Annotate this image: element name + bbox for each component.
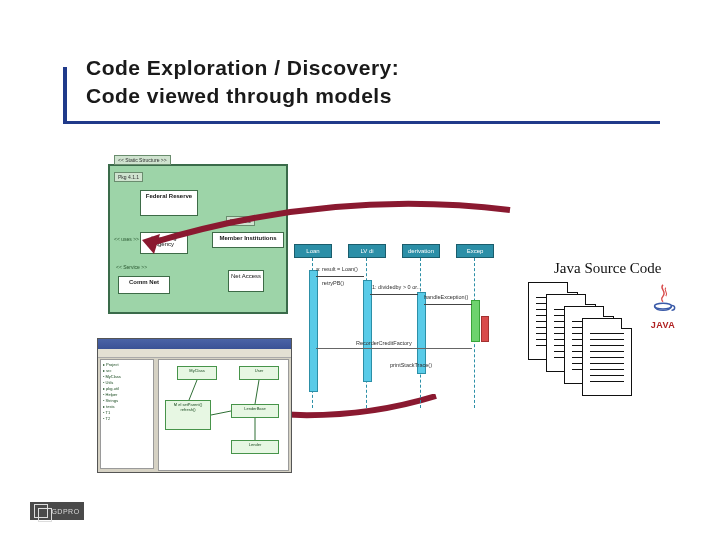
footer-brand-text: GDPRO xyxy=(51,508,79,515)
sequence-diagram: Loan LV di derivation Excep a: result = … xyxy=(294,244,494,414)
cd-box-net: Net Access xyxy=(228,270,264,292)
java-source-label: Java Source Code xyxy=(554,260,661,277)
page-fold xyxy=(567,282,578,293)
page-4 xyxy=(582,318,632,396)
cd-service-label: << Service >> xyxy=(116,264,147,270)
cd-sub-tag: Pkg 4.1.1 xyxy=(114,172,143,182)
seq-act-0 xyxy=(309,270,318,392)
svg-line-5 xyxy=(211,411,231,415)
seq-head-2: derivation xyxy=(402,244,440,258)
cd-box-comm: Comm Net xyxy=(118,276,170,294)
seq-head-3: Excep xyxy=(456,244,494,258)
page-fold xyxy=(621,318,632,329)
page-fold xyxy=(585,294,596,305)
title-underline xyxy=(64,121,660,124)
title-line-2: Code viewed through models xyxy=(86,82,399,110)
seq-act-3b xyxy=(481,316,489,342)
seq-msg-2: 1: dividedby > 0 or... xyxy=(372,284,421,290)
footer-brand: GDPRO xyxy=(30,502,84,520)
svg-line-3 xyxy=(189,380,197,400)
title-line-1: Code Exploration / Discovery: xyxy=(86,54,399,82)
slide-title: Code Exploration / Discovery: Code viewe… xyxy=(86,54,399,111)
seq-line-3 xyxy=(424,304,472,305)
seq-head-1: LV di xyxy=(348,244,386,258)
svg-line-4 xyxy=(255,380,259,404)
seq-msg-0: a: result = Loan() xyxy=(316,266,358,272)
seq-act-3 xyxy=(471,300,480,342)
ide-arrows-icon xyxy=(159,360,291,470)
seq-head-0: Loan xyxy=(294,244,332,258)
java-logo: JAVA xyxy=(644,282,682,332)
ide-canvas: MyClass User M el setParent() refresh() … xyxy=(158,359,289,471)
seq-msg-4: RecorderCreditFactory xyxy=(356,340,412,346)
seq-line-4 xyxy=(316,348,472,349)
seq-line-2 xyxy=(370,294,418,295)
ide-titlebar xyxy=(98,339,291,349)
ide-toolbar xyxy=(98,349,291,358)
cd-header-tag: << Static Structure >> xyxy=(114,155,171,165)
java-logo-text: JAVA xyxy=(644,320,682,330)
title-corner-rule xyxy=(63,67,67,124)
ide-screenshot: ▸ Project ▸ src • MyClass • Utils ▸ pkg.… xyxy=(97,338,292,473)
seq-msg-3: handleException() xyxy=(424,294,468,300)
seq-line-0 xyxy=(316,276,364,277)
seq-msg-1: retryPB() xyxy=(322,280,344,286)
java-cup-icon xyxy=(648,282,678,316)
ide-tree: ▸ Project ▸ src • MyClass • Utils ▸ pkg.… xyxy=(100,359,154,469)
footer-brand-icon xyxy=(34,504,48,518)
seq-act-1 xyxy=(363,280,372,382)
seq-msg-5: printStackTrace() xyxy=(390,362,432,368)
page-fold xyxy=(603,306,614,317)
svg-point-2 xyxy=(655,303,672,309)
